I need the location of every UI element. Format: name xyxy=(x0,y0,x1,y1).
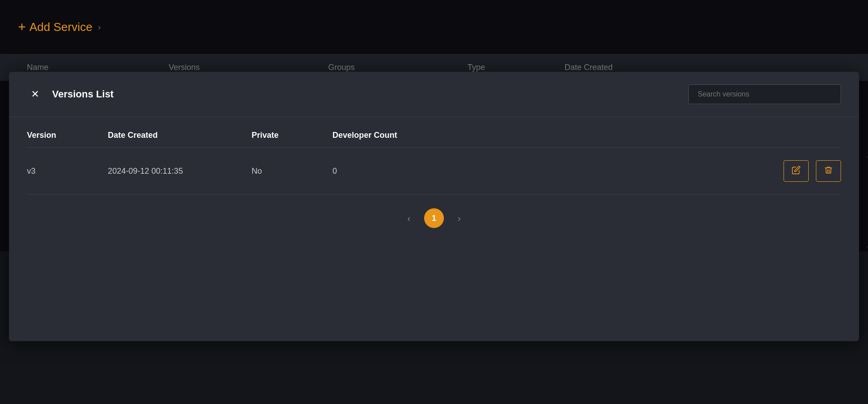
edit-icon xyxy=(792,166,801,177)
search-versions-input[interactable] xyxy=(688,84,841,104)
version-row: v3 2024-09-12 00:11:35 No 0 xyxy=(27,148,841,195)
date-created-value: 2024-09-12 00:11:35 xyxy=(108,167,252,176)
modal-title: Versions List xyxy=(52,88,114,100)
th-private: Private xyxy=(252,131,332,140)
developer-count-value: 0 xyxy=(332,167,458,176)
modal-table-header: Version Date Created Private Developer C… xyxy=(27,131,841,148)
chevron-right-icon: › xyxy=(98,22,101,32)
col-header-date: Date Created xyxy=(521,63,656,72)
prev-page-button[interactable]: ‹ xyxy=(401,210,417,226)
row-actions xyxy=(784,160,841,182)
pagination: ‹ 1 › xyxy=(9,195,859,237)
current-page[interactable]: 1 xyxy=(424,208,444,228)
versions-modal: ✕ Versions List Version Date Created Pri… xyxy=(9,72,859,341)
th-version: Version xyxy=(27,131,108,140)
next-page-button[interactable]: › xyxy=(451,210,467,226)
add-service-label: Add Service xyxy=(30,20,93,34)
col-header-type: Type xyxy=(431,63,521,72)
col-header-versions: Versions xyxy=(117,63,252,72)
col-header-groups: Groups xyxy=(252,63,431,72)
delete-icon xyxy=(824,166,833,177)
modal-table: Version Date Created Private Developer C… xyxy=(9,117,859,195)
version-value: v3 xyxy=(27,167,108,176)
delete-version-button[interactable] xyxy=(816,160,841,182)
private-value: No xyxy=(252,167,332,176)
th-developer-count: Developer Count xyxy=(332,131,458,140)
top-bar: + Add Service › xyxy=(0,0,868,54)
add-service-button[interactable]: + Add Service › xyxy=(18,19,101,35)
close-modal-button[interactable]: ✕ xyxy=(27,86,43,102)
modal-header-left: ✕ Versions List xyxy=(27,86,114,102)
plus-icon: + xyxy=(18,19,26,35)
modal-header: ✕ Versions List xyxy=(9,72,859,117)
th-date-created: Date Created xyxy=(108,131,252,140)
col-header-name: Name xyxy=(27,63,117,72)
edit-version-button[interactable] xyxy=(784,160,809,182)
